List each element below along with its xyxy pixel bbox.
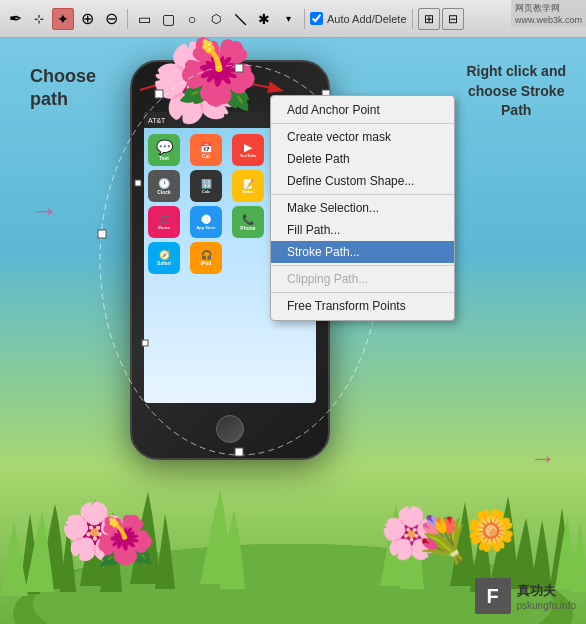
watermark: F 真功夫 pskungfu.info (475, 578, 577, 614)
watermark-brand: 真功夫 (517, 582, 577, 600)
app-ipod: 🎧iPod (190, 242, 222, 274)
line-icon[interactable]: | (224, 3, 255, 34)
custom-shape-icon[interactable]: ✱ (253, 8, 275, 30)
menu-delete-path[interactable]: Delete Path (271, 148, 454, 170)
option2-icon[interactable]: ⊟ (442, 8, 464, 30)
app-safari: 🧭Safari (148, 242, 180, 274)
ellipse-icon[interactable]: ○ (181, 8, 203, 30)
left-arrow-icon: → (30, 195, 58, 227)
app-clock: 🕐Clock (148, 170, 180, 202)
choose-path-label: Choosepath (30, 65, 96, 112)
corner-badge: 网页教学网 www.web3k.com (511, 0, 586, 27)
menu-fill-path[interactable]: Fill Path... (271, 219, 454, 241)
app-store: 🅐App Store (190, 206, 222, 238)
menu-sep-4 (271, 292, 454, 293)
toolbar: ✒ ⊹ ✦ ⊕ ⊖ ▭ ▢ ○ ⬡ | ✱ ▾ Auto Add/Delete … (0, 0, 586, 38)
auto-add-checkbox-group[interactable]: Auto Add/Delete (310, 12, 407, 25)
menu-clipping-path: Clipping Path... (271, 268, 454, 290)
pen-tool-icon[interactable]: ✒ (4, 8, 26, 30)
menu-create-vector[interactable]: Create vector mask (271, 126, 454, 148)
menu-make-selection[interactable]: Make Selection... (271, 197, 454, 219)
menu-stroke-path[interactable]: Stroke Path... (271, 241, 454, 263)
watermark-icon: F (475, 578, 511, 614)
rect-shape-icon[interactable]: ▭ (133, 8, 155, 30)
bottom-flower-4: 💐 (415, 514, 470, 566)
app-cal: 📅Cal (190, 134, 222, 166)
menu-add-anchor[interactable]: Add Anchor Point (271, 99, 454, 121)
move-anchor-icon[interactable]: ⊹ (28, 8, 50, 30)
menu-free-transform[interactable]: Free Transform Points (271, 295, 454, 317)
shape-dropdown-icon[interactable]: ▾ (277, 8, 299, 30)
bottom-flower-5: 🌼 (466, 507, 516, 554)
watermark-site: pskungfu.info (517, 600, 577, 611)
right-click-label: Right click andchoose StrokePath (466, 62, 566, 121)
auto-add-label: Auto Add/Delete (327, 13, 407, 25)
separator-2 (304, 9, 305, 29)
menu-sep-3 (271, 265, 454, 266)
watermark-letter: F (486, 585, 498, 608)
menu-sep-1 (271, 123, 454, 124)
menu-define-custom[interactable]: Define Custom Shape... (271, 170, 454, 192)
pen-active-icon[interactable]: ✦ (52, 8, 74, 30)
polygon-icon[interactable]: ⬡ (205, 8, 227, 30)
top-flower-2: 🌺 (172, 29, 265, 118)
context-menu: Add Anchor Point Create vector mask Dele… (270, 95, 455, 321)
app-itunes: 🎵iTunes (148, 206, 180, 238)
app-phone: 📞Phone (232, 206, 264, 238)
app-youtube: ▶YouTube (232, 134, 264, 166)
app-calculator: 🔢Calc (190, 170, 222, 202)
option1-icon[interactable]: ⊞ (418, 8, 440, 30)
add-anchor-icon[interactable]: ⊕ (76, 8, 98, 30)
bottom-flower-2: 🌺 (95, 513, 155, 569)
app-sms: 💬Text (148, 134, 180, 166)
menu-sep-2 (271, 194, 454, 195)
app-notes: 📝Notes (232, 170, 264, 202)
auto-add-checkbox[interactable] (310, 12, 323, 25)
separator-3 (412, 9, 413, 29)
rounded-rect-icon[interactable]: ▢ (157, 8, 179, 30)
separator-1 (127, 9, 128, 29)
delete-anchor-icon[interactable]: ⊖ (100, 8, 122, 30)
